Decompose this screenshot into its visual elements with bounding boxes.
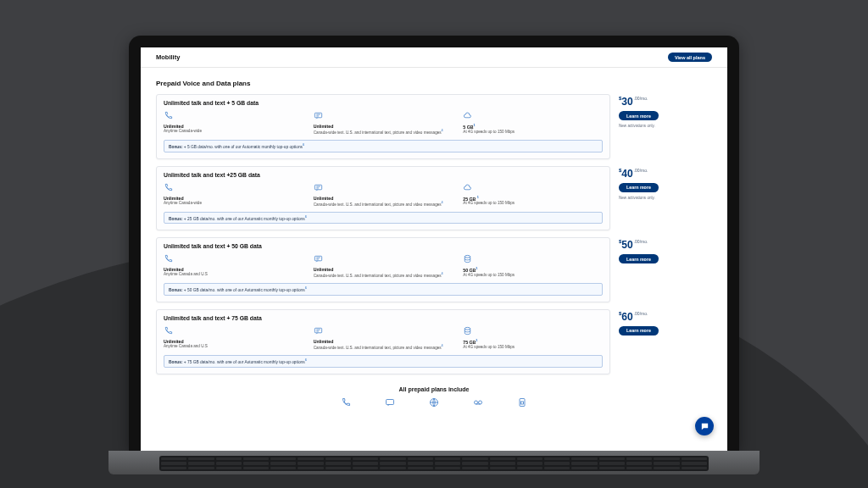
chat-icon	[700, 422, 709, 431]
plan-price: $60.00/mo.	[619, 311, 712, 323]
feature-talk: Unlimited Anytime Canada and U.S	[164, 326, 303, 350]
message-icon	[314, 326, 453, 336]
footnote-superscript: 1	[476, 267, 477, 270]
plan-name: Unlimited talk and text +25 GB data	[164, 172, 603, 178]
feature-text: Unlimited Canada-wide text. U.S. and int…	[314, 254, 453, 278]
svg-point-8	[475, 401, 478, 404]
svg-rect-11	[521, 402, 524, 404]
plan-price: $40.00/mo.	[619, 168, 712, 180]
feature-row: Unlimited Anytime Canada and U.S Unlimit…	[164, 326, 603, 350]
footnote-superscript: 1	[477, 196, 479, 199]
learn-more-button[interactable]: Learn more	[619, 254, 659, 263]
feature-desc: Anytime Canada and U.S	[164, 272, 303, 277]
brand-title: Mobility	[156, 53, 180, 61]
data-icon	[463, 111, 603, 121]
plan-details: Unlimited talk and text + 5 GB data Unli…	[156, 94, 610, 159]
plan-card: Unlimited talk and text + 75 GB data Unl…	[156, 309, 712, 374]
feature-desc: Canada-wide text. U.S. and international…	[314, 201, 453, 207]
help-chat-button[interactable]	[695, 417, 714, 435]
footnote-superscript: 4	[442, 201, 443, 204]
phone-icon	[164, 183, 303, 193]
laptop-frame: Mobility View all plans Prepaid Voice an…	[129, 36, 739, 474]
plan-details: Unlimited talk and text +25 GB data Unli…	[156, 166, 610, 231]
learn-more-button[interactable]: Learn more	[619, 111, 659, 120]
svg-point-5	[465, 327, 470, 330]
learn-more-button[interactable]: Learn more	[619, 183, 659, 192]
plan-pricing: $30.00/mo. Learn more New activations on…	[619, 94, 712, 159]
section-title: Prepaid Voice and Data plans	[156, 80, 712, 87]
laptop-screen: Mobility View all plans Prepaid Voice an…	[141, 47, 727, 451]
data-icon	[463, 326, 603, 336]
plan-name: Unlimited talk and text + 75 GB data	[164, 315, 603, 321]
include-message-icon	[385, 397, 395, 408]
plan-price: $50.00/mo.	[619, 239, 712, 251]
laptop-keyboard	[108, 451, 760, 474]
feature-text: Unlimited Canada-wide text. U.S. and int…	[314, 183, 453, 207]
plan-price: $30.00/mo.	[619, 96, 712, 108]
bonus-callout: Bonus: + 75 GB data/mo. with one of our …	[164, 355, 603, 368]
content: Prepaid Voice and Data plans Unlimited t…	[141, 68, 727, 417]
message-icon	[314, 254, 453, 264]
feature-desc: Anytime Canada-wide	[164, 129, 303, 134]
plan-pricing: $40.00/mo. Learn more New activations on…	[619, 166, 712, 231]
activation-note: New activations only.	[619, 196, 712, 200]
svg-rect-0	[314, 113, 321, 118]
feature-desc: Anytime Canada and U.S	[164, 344, 303, 349]
view-all-plans-button[interactable]: View all plans	[668, 53, 712, 62]
feature-desc: Anytime Canada-wide	[164, 201, 303, 206]
bonus-callout: Bonus: + 5 GB data/mo. with one of our A…	[164, 140, 603, 152]
feature-desc: At 4G speeds up to 150 Mbps	[463, 201, 603, 206]
plan-list: Unlimited talk and text + 5 GB data Unli…	[156, 94, 712, 374]
learn-more-button[interactable]: Learn more	[619, 326, 659, 336]
footnote-superscript: 6	[303, 143, 304, 147]
svg-rect-2	[314, 257, 321, 262]
include-voicemail-icon	[473, 397, 483, 408]
feature-row: Unlimited Anytime Canada-wide Unlimited …	[164, 111, 603, 135]
feature-desc: Canada-wide text. U.S. and international…	[314, 344, 453, 350]
feature-talk: Unlimited Anytime Canada-wide	[164, 183, 303, 207]
feature-label: 5 GB1	[463, 124, 603, 130]
includes-title: All prepaid plans include	[156, 386, 712, 392]
feature-label: 75 GB1	[463, 339, 603, 345]
footnote-superscript: 6	[305, 215, 307, 219]
footnote-superscript: 4	[442, 272, 443, 275]
feature-desc: Canada-wide text. U.S. and international…	[314, 272, 453, 278]
plan-name: Unlimited talk and text + 5 GB data	[164, 100, 603, 106]
footnote-superscript: 1	[473, 124, 475, 127]
svg-rect-4	[314, 328, 321, 333]
feature-data: 5 GB1 At 4G speeds up to 150 Mbps	[463, 111, 603, 135]
footnote-superscript: 6	[305, 286, 307, 290]
data-icon	[463, 254, 603, 264]
footnote-superscript: 4	[442, 344, 443, 347]
plan-name: Unlimited talk and text + 50 GB data	[164, 243, 603, 249]
activation-note: New activations only.	[619, 124, 712, 128]
phone-icon	[164, 111, 303, 121]
feature-data: 50 GB1 At 4G speeds up to 150 Mbps	[463, 254, 603, 278]
svg-point-9	[479, 401, 482, 404]
feature-desc: At 4G speeds up to 150 Mbps	[463, 273, 603, 278]
plan-pricing: $50.00/mo. Learn more	[619, 237, 712, 302]
include-phone-icon	[341, 397, 351, 408]
plan-pricing: $60.00/mo. Learn more	[619, 309, 712, 374]
feature-data: 25 GB 1 At 4G speeds up to 150 Mbps	[463, 183, 603, 207]
feature-data: 75 GB1 At 4G speeds up to 150 Mbps	[463, 326, 603, 350]
phone-icon	[164, 326, 303, 336]
laptop-bezel: Mobility View all plans Prepaid Voice an…	[129, 36, 739, 451]
message-icon	[314, 183, 453, 193]
feature-talk: Unlimited Anytime Canada-wide	[164, 111, 303, 135]
feature-desc: At 4G speeds up to 150 Mbps	[463, 130, 603, 135]
feature-row: Unlimited Anytime Canada-wide Unlimited …	[164, 183, 603, 207]
feature-label: 50 GB1	[463, 267, 603, 273]
page: Mobility View all plans Prepaid Voice an…	[141, 47, 727, 417]
feature-row: Unlimited Anytime Canada and U.S Unlimit…	[164, 254, 603, 278]
feature-desc: At 4G speeds up to 150 Mbps	[463, 345, 603, 350]
svg-rect-6	[387, 399, 394, 404]
include-globe-icon	[429, 397, 439, 408]
plan-card: Unlimited talk and text +25 GB data Unli…	[156, 166, 712, 231]
svg-rect-1	[314, 185, 321, 190]
footnote-superscript: 1	[476, 339, 477, 342]
svg-rect-10	[520, 398, 525, 406]
plan-details: Unlimited talk and text + 50 GB data Unl…	[156, 237, 610, 302]
bonus-callout: Bonus: + 50 GB data/mo. with one of our …	[164, 283, 603, 296]
include-icon-row	[156, 397, 712, 408]
